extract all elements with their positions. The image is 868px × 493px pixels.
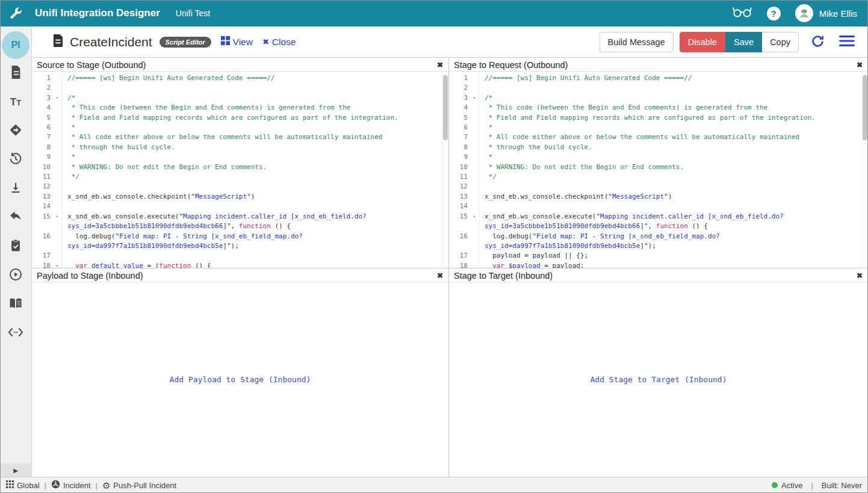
code-line: 13x_snd_eb.ws_console.checkpoint("Messag…: [32, 192, 448, 202]
fold-arrow-icon[interactable]: ▾: [52, 261, 63, 268]
code-line: 7 * All code either above or below the c…: [32, 132, 448, 142]
line-number: 17: [449, 251, 470, 261]
sidebar-item-download[interactable]: [0, 175, 31, 203]
line-number: 5: [449, 113, 470, 123]
sidebar-item-code[interactable]: [0, 319, 31, 348]
left-icon-rail: PI TT: [0, 26, 32, 477]
code-token: [504, 262, 509, 268]
save-button[interactable]: Save: [725, 32, 762, 52]
panel-close-icon[interactable]: ✖: [857, 272, 863, 279]
close-button[interactable]: ✖ Close: [262, 37, 296, 48]
sidebar-item-run[interactable]: [0, 261, 31, 290]
help-button[interactable]: ?: [767, 7, 781, 20]
disable-button[interactable]: Disable: [680, 32, 725, 52]
fold-arrow-icon[interactable]: ▾: [470, 212, 480, 222]
code-text: [480, 202, 485, 211]
scrollbar[interactable]: [861, 72, 868, 268]
integration-link[interactable]: ⚙ Push-Pull Incident: [102, 481, 176, 490]
code-line: 5 * Field and Field mapping records whic…: [32, 113, 448, 123]
panel-title: Payload to Stage (Inbound): [37, 271, 143, 281]
line-number: 7: [32, 132, 52, 142]
panel-close-icon[interactable]: ✖: [437, 272, 443, 279]
fold-gutter: [52, 123, 63, 132]
code-text: * Field and Field mapping records which …: [480, 113, 816, 123]
build-message-button[interactable]: Build Message: [600, 32, 674, 52]
sidebar-item-mappings[interactable]: [0, 117, 31, 146]
fold-gutter: [52, 251, 63, 261]
code-icon: [8, 327, 23, 340]
line-number: 4: [32, 103, 52, 113]
code-token: * All code either above or below the com…: [67, 133, 382, 141]
fold-gutter: [52, 222, 63, 231]
sidebar-item-tasks[interactable]: [0, 232, 31, 261]
fold-arrow-icon[interactable]: ▾: [52, 93, 63, 103]
rail-expand-button[interactable]: ▶: [0, 464, 31, 477]
fold-arrow-icon[interactable]: ▾: [52, 212, 63, 222]
code-text: x_snd_eb.ws_console.execute("Mapping inc…: [480, 212, 784, 222]
hamburger-icon: [839, 36, 855, 48]
copy-button[interactable]: Copy: [762, 32, 799, 52]
code-text: x_snd_eb.ws_console.checkpoint("MessageS…: [480, 192, 672, 202]
code-line: 1//===== [ws] Begin Unifi Auto Generated…: [32, 73, 448, 83]
pi-avatar[interactable]: PI: [2, 31, 29, 59]
panel-payload-to-stage: Payload to Stage (Inbound) ✖ Add Payload…: [32, 268, 448, 477]
code-line: 18 var $payload = payload;: [449, 261, 868, 268]
refresh-button[interactable]: [811, 34, 825, 50]
code-editor[interactable]: 1//===== [ws] Begin Unifi Auto Generated…: [449, 72, 868, 268]
fold-gutter: [470, 113, 480, 123]
panel-close-icon[interactable]: ✖: [437, 61, 443, 69]
code-line: 4 * This code (between the Begin and End…: [32, 103, 448, 113]
view-button[interactable]: View: [221, 36, 253, 48]
line-number: 11: [449, 172, 470, 182]
code-text: */: [63, 172, 79, 182]
code-text: x_snd_eb.ws_console.checkpoint("MessageS…: [63, 192, 255, 202]
code-line: 17: [32, 251, 448, 261]
code-token: *: [67, 123, 75, 131]
fold-gutter: [470, 261, 480, 268]
glasses-icon[interactable]: [732, 5, 752, 21]
line-number: 10: [449, 163, 470, 172]
code-token: "MessageScript": [608, 193, 668, 200]
add-payload-to-stage-link[interactable]: Add Payload to Stage (Inbound): [170, 375, 311, 384]
code-editor[interactable]: 1//===== [ws] Begin Unifi Auto Generated…: [32, 72, 448, 268]
fold-gutter: [470, 83, 480, 93]
code-line: 11 */: [449, 172, 868, 182]
sidebar-item-fields[interactable]: TT: [0, 88, 31, 117]
code-line: 6 *: [32, 123, 448, 132]
line-number: 1: [449, 73, 470, 83]
code-line: 17 payload = payload || {};: [449, 251, 868, 261]
code-token: sys_id=3a5cbbbe1b51b81090dfdb9ebd4bcb66]…: [485, 222, 648, 230]
process-link[interactable]: Incident: [51, 480, 91, 491]
code-text: [63, 182, 67, 191]
menu-button[interactable]: [839, 36, 855, 48]
code-token: log.debug(: [67, 232, 115, 240]
fold-gutter: [470, 192, 480, 202]
code-line: 10 * WARNING: Do not edit the Begin or E…: [32, 163, 448, 172]
code-text: [63, 202, 67, 211]
line-number: 14: [32, 202, 52, 211]
sidebar-item-history[interactable]: [0, 146, 31, 175]
sidebar-item-undo[interactable]: [0, 203, 31, 232]
scrollbar[interactable]: [442, 72, 448, 268]
code-token: default_value: [91, 262, 143, 268]
line-number: 12: [32, 182, 52, 191]
code-token: ): [668, 193, 672, 200]
code-token: "MessageScript": [191, 193, 250, 200]
sidebar-item-script[interactable]: [0, 59, 31, 88]
fold-arrow-icon[interactable]: ▾: [470, 93, 480, 103]
add-stage-to-target-link[interactable]: Add Stage to Target (Inbound): [591, 375, 727, 384]
history-icon: [8, 152, 23, 169]
code-text: /*: [63, 93, 75, 103]
code-token: = (: [143, 262, 160, 268]
panel-close-icon[interactable]: ✖: [857, 61, 863, 69]
scrollbar-thumb[interactable]: [443, 75, 448, 140]
play-circle-icon: [8, 267, 23, 284]
sidebar-item-docs[interactable]: [0, 290, 31, 319]
code-line: 3▾/*: [32, 93, 448, 103]
scrollbar-thumb[interactable]: [863, 75, 867, 140]
scope-link[interactable]: Global: [6, 480, 40, 490]
fold-gutter: [470, 202, 480, 211]
code-token: * WARNING: Do not edit the Begin or End …: [67, 163, 267, 171]
code-token: */: [485, 173, 497, 181]
user-menu[interactable]: Mike Ellis: [795, 4, 857, 22]
